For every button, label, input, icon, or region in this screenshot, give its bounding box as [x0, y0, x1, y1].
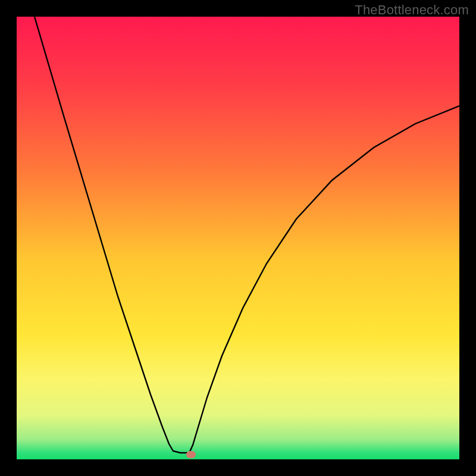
watermark-label: TheBottleneck.com: [355, 2, 469, 18]
optimal-point-marker: [186, 451, 196, 458]
gradient-background: [17, 17, 459, 459]
chart-frame: [17, 17, 459, 459]
bottleneck-chart: [17, 17, 459, 459]
